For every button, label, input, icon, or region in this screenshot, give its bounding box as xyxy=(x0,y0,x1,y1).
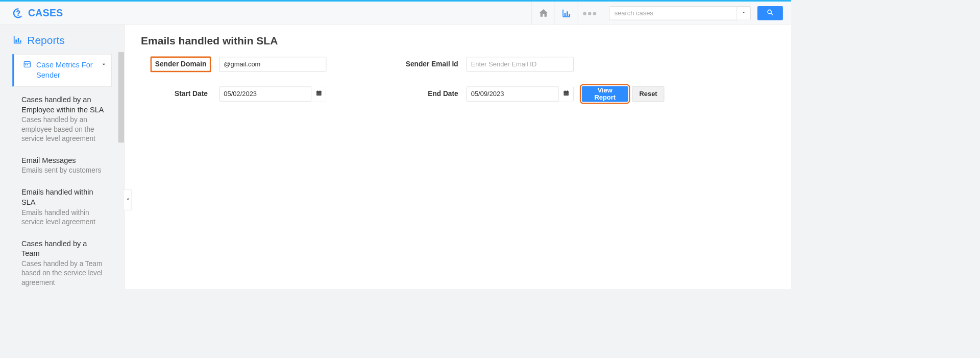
start-date-picker-button[interactable] xyxy=(311,87,326,102)
sidebar-item-desc: Emails handled within service level agre… xyxy=(21,208,107,227)
svg-rect-12 xyxy=(316,91,322,92)
svg-rect-9 xyxy=(25,64,26,65)
search-container xyxy=(609,6,783,20)
svg-rect-16 xyxy=(564,91,569,92)
sidebar-item-label: Email Messages xyxy=(21,155,107,165)
reset-button[interactable]: Reset xyxy=(632,86,665,102)
svg-rect-1 xyxy=(564,13,566,15)
calendar-icon xyxy=(315,90,322,98)
chevron-left-icon xyxy=(125,196,130,204)
calendar-icon xyxy=(562,90,569,98)
svg-rect-7 xyxy=(20,40,21,42)
bar-chart-icon xyxy=(561,8,572,18)
label-sender-domain: Sender Domain xyxy=(151,57,211,73)
view-report-button[interactable]: View Report xyxy=(582,86,628,102)
sidebar-item-label: Cases handled by an Employee within the … xyxy=(21,94,107,114)
svg-rect-3 xyxy=(569,14,570,15)
sidebar-item-desc: Cases handled by a Team based on the ser… xyxy=(21,259,107,288)
sidebar: Reports Case Metrics For Sender Cases ha… xyxy=(0,25,125,289)
chevron-down-icon xyxy=(741,9,746,17)
svg-rect-10 xyxy=(27,64,28,65)
svg-rect-2 xyxy=(567,11,568,16)
search-button[interactable] xyxy=(757,6,783,20)
sidebar-item-label: Emails handled within SLA xyxy=(21,187,107,207)
svg-rect-18 xyxy=(567,90,568,92)
sidebar-item-desc: Emails sent by customers xyxy=(21,166,107,176)
label-sender-email: Sender Email Id xyxy=(376,60,458,68)
sidebar-header: Reports xyxy=(0,34,124,54)
scrollbar-thumb[interactable] xyxy=(118,52,124,143)
svg-rect-6 xyxy=(18,38,19,42)
header: CASES xyxy=(0,2,791,25)
label-start-date: Start Date xyxy=(141,90,211,98)
reports-button[interactable] xyxy=(555,2,578,25)
sidebar-item-email-messages[interactable]: Email Messages Emails sent by customers xyxy=(12,150,112,181)
brand[interactable]: CASES xyxy=(12,7,63,19)
body: Reports Case Metrics For Sender Cases ha… xyxy=(0,25,791,289)
home-icon xyxy=(538,8,549,18)
search-icon xyxy=(767,9,774,17)
sidebar-item-cases-team[interactable]: Cases handled by a Team Cases handled by… xyxy=(12,233,112,289)
main-content: Emails handled within SLA Sender Domain … xyxy=(125,25,791,289)
svg-rect-5 xyxy=(15,39,17,42)
sidebar-item-emails-sla[interactable]: Emails handled within SLA Emails handled… xyxy=(12,181,112,232)
sender-email-input[interactable] xyxy=(467,57,574,71)
start-date-group xyxy=(219,87,326,102)
sidebar-item-cases-employee-sla[interactable]: Cases handled by an Employee within the … xyxy=(12,89,112,150)
date-grid-icon xyxy=(23,60,31,70)
start-date-input[interactable] xyxy=(219,87,311,102)
svg-rect-14 xyxy=(320,90,320,92)
end-date-group xyxy=(467,87,574,102)
report-filter-form: Sender Domain Sender Email Id Start Date… xyxy=(141,57,775,102)
svg-rect-13 xyxy=(317,90,318,92)
sidebar-item-case-metrics[interactable]: Case Metrics For Sender xyxy=(12,54,112,86)
end-date-picker-button[interactable] xyxy=(559,87,574,102)
svg-point-0 xyxy=(17,15,18,16)
ellipsis-icon xyxy=(582,9,597,17)
home-button[interactable] xyxy=(531,2,554,25)
chevron-down-icon xyxy=(101,61,107,69)
sidebar-item-label: Case Metrics For Sender xyxy=(36,60,106,80)
sidebar-item-desc: Cases handled by an employee based on th… xyxy=(21,115,107,144)
more-button[interactable] xyxy=(578,2,601,25)
search-dropdown-button[interactable] xyxy=(737,6,750,20)
sender-domain-input[interactable] xyxy=(219,57,326,71)
bar-chart-icon xyxy=(12,34,23,46)
label-end-date: End Date xyxy=(376,90,458,98)
svg-rect-17 xyxy=(565,90,565,92)
collapse-sidebar-button[interactable] xyxy=(124,189,132,210)
brand-title: CASES xyxy=(28,7,63,19)
end-date-input[interactable] xyxy=(467,87,559,102)
sidebar-title: Reports xyxy=(27,34,65,46)
search-input[interactable] xyxy=(609,6,737,20)
page-title: Emails handled within SLA xyxy=(141,35,775,47)
question-help-icon xyxy=(12,7,24,19)
sidebar-item-label: Cases handled by a Team xyxy=(21,238,107,258)
action-buttons: View Report Reset xyxy=(582,86,664,102)
